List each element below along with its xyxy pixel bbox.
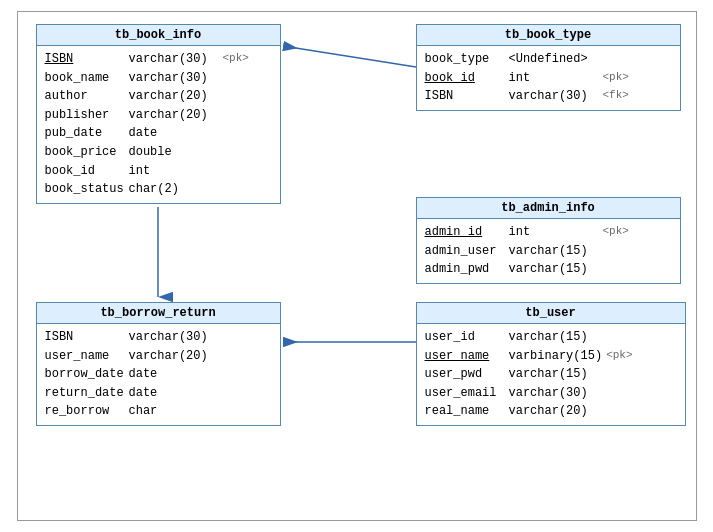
table-row: book_status char(2)	[45, 180, 272, 199]
table-row: pub_date date	[45, 124, 272, 143]
table-title-tb-book-type: tb_book_type	[417, 25, 680, 46]
field-type: varchar(30)	[129, 69, 219, 88]
table-row: book_id int	[45, 162, 272, 181]
field-name: book_id	[45, 162, 125, 181]
table-tb-borrow-return: tb_borrow_return ISBN varchar(30) user_n…	[36, 302, 281, 426]
field-name: ISBN	[45, 328, 125, 347]
field-name: user_name	[425, 347, 505, 366]
field-type: int	[129, 162, 219, 181]
field-type: varchar(30)	[509, 384, 599, 403]
field-name: publisher	[45, 106, 125, 125]
field-type: varchar(15)	[509, 260, 599, 279]
field-type: varchar(30)	[129, 328, 219, 347]
table-row: user_name varbinary(15) <pk>	[425, 347, 677, 366]
table-row: user_id varchar(15)	[425, 328, 677, 347]
table-body-tb-user: user_id varchar(15) user_name varbinary(…	[417, 324, 685, 425]
field-name: pub_date	[45, 124, 125, 143]
field-tag: <pk>	[603, 223, 629, 242]
table-tb-user: tb_user user_id varchar(15) user_name va…	[416, 302, 686, 426]
table-row: re_borrow char	[45, 402, 272, 421]
field-type: int	[509, 69, 599, 88]
svg-line-3	[283, 46, 416, 67]
table-row: ISBN varchar(30)	[45, 328, 272, 347]
table-row: publisher varchar(20)	[45, 106, 272, 125]
table-body-tb-borrow-return: ISBN varchar(30) user_name varchar(20) b…	[37, 324, 280, 425]
field-type: varchar(30)	[129, 50, 219, 69]
field-name: real_name	[425, 402, 505, 421]
field-type: varbinary(15)	[509, 347, 603, 366]
field-name: return_date	[45, 384, 125, 403]
table-body-tb-book-type: book_type <Undefined> book_id int <pk> I…	[417, 46, 680, 110]
field-name: author	[45, 87, 125, 106]
table-row: admin_id int <pk>	[425, 223, 672, 242]
field-type: varchar(20)	[129, 87, 219, 106]
table-title-tb-admin-info: tb_admin_info	[417, 198, 680, 219]
field-name: user_name	[45, 347, 125, 366]
table-row: user_email varchar(30)	[425, 384, 677, 403]
field-name: ISBN	[45, 50, 125, 69]
field-name: admin_pwd	[425, 260, 505, 279]
table-body-tb-admin-info: admin_id int <pk> admin_user varchar(15)…	[417, 219, 680, 283]
table-tb-book-type: tb_book_type book_type <Undefined> book_…	[416, 24, 681, 111]
table-tb-book-info: tb_book_info ISBN varchar(30) <pk> book_…	[36, 24, 281, 204]
table-row: user_name varchar(20)	[45, 347, 272, 366]
field-type: char	[129, 402, 219, 421]
field-type: varchar(15)	[509, 242, 599, 261]
field-name: user_id	[425, 328, 505, 347]
field-type: varchar(30)	[509, 87, 599, 106]
table-body-tb-book-info: ISBN varchar(30) <pk> book_name varchar(…	[37, 46, 280, 203]
table-title-tb-borrow-return: tb_borrow_return	[37, 303, 280, 324]
table-row: admin_user varchar(15)	[425, 242, 672, 261]
table-row: book_price double	[45, 143, 272, 162]
table-row: book_type <Undefined>	[425, 50, 672, 69]
erd-diagram: tb_book_info ISBN varchar(30) <pk> book_…	[17, 11, 697, 521]
table-row: real_name varchar(20)	[425, 402, 677, 421]
table-title-tb-book-info: tb_book_info	[37, 25, 280, 46]
field-type: double	[129, 143, 219, 162]
field-name: borrow_date	[45, 365, 125, 384]
field-type: varchar(20)	[129, 106, 219, 125]
field-type: int	[509, 223, 599, 242]
field-name: book_name	[45, 69, 125, 88]
table-row: book_id int <pk>	[425, 69, 672, 88]
field-tag: <pk>	[223, 50, 249, 69]
field-name: book_id	[425, 69, 505, 88]
field-type: date	[129, 384, 219, 403]
field-name: book_price	[45, 143, 125, 162]
field-name: admin_user	[425, 242, 505, 261]
field-name: book_type	[425, 50, 505, 69]
field-name: user_email	[425, 384, 505, 403]
field-type: date	[129, 365, 219, 384]
table-row: return_date date	[45, 384, 272, 403]
table-tb-admin-info: tb_admin_info admin_id int <pk> admin_us…	[416, 197, 681, 284]
field-type: date	[129, 124, 219, 143]
field-name: ISBN	[425, 87, 505, 106]
table-row: borrow_date date	[45, 365, 272, 384]
table-title-tb-user: tb_user	[417, 303, 685, 324]
field-name: admin_id	[425, 223, 505, 242]
field-name: user_pwd	[425, 365, 505, 384]
field-type: varchar(20)	[129, 347, 219, 366]
table-row: ISBN varchar(30) <pk>	[45, 50, 272, 69]
field-type: varchar(20)	[509, 402, 599, 421]
table-row: book_name varchar(30)	[45, 69, 272, 88]
table-row: ISBN varchar(30) <fk>	[425, 87, 672, 106]
field-name: re_borrow	[45, 402, 125, 421]
field-type: varchar(15)	[509, 365, 599, 384]
table-row: admin_pwd varchar(15)	[425, 260, 672, 279]
field-name: book_status	[45, 180, 125, 199]
table-row: author varchar(20)	[45, 87, 272, 106]
field-type: <Undefined>	[509, 50, 599, 69]
field-type: char(2)	[129, 180, 219, 199]
field-type: varchar(15)	[509, 328, 599, 347]
field-tag: <fk>	[603, 87, 629, 106]
table-row: user_pwd varchar(15)	[425, 365, 677, 384]
field-tag: <pk>	[603, 69, 629, 88]
field-tag: <pk>	[606, 347, 632, 366]
